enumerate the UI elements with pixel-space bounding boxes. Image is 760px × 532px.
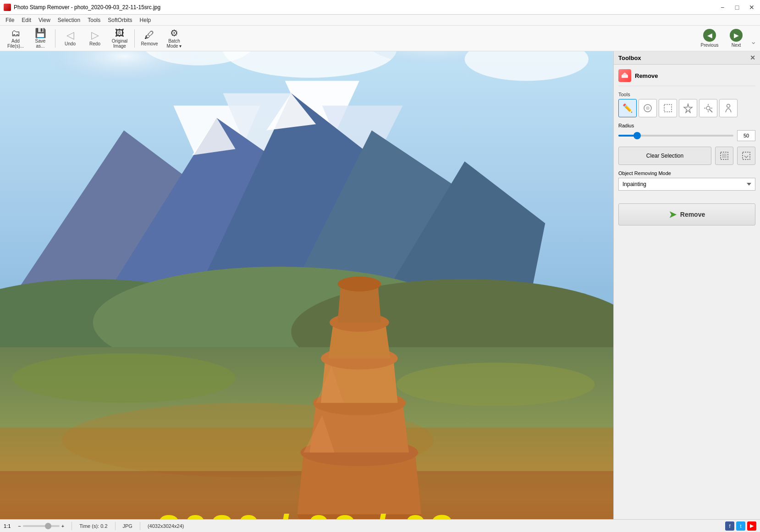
batch-mode-icon: ⚙ bbox=[170, 28, 178, 38]
photo-canvas: 2020 / 09 / 03 bbox=[0, 51, 613, 519]
load-selection-button[interactable] bbox=[737, 147, 755, 165]
menu-tools[interactable]: Tools bbox=[84, 16, 104, 24]
toolbox-title: Toolbox bbox=[618, 55, 641, 61]
mode-select[interactable]: Inpainting Content-Aware Fill Smear bbox=[618, 178, 755, 191]
title-bar: Photo Stamp Remover - photo_2020-09-03_2… bbox=[0, 0, 760, 15]
svg-point-51 bbox=[706, 106, 710, 110]
menu-edit[interactable]: Edit bbox=[18, 16, 35, 24]
social-icons: f t ▶ bbox=[725, 521, 756, 531]
original-image-icon: 🖼 bbox=[115, 28, 124, 38]
menu-softorbits[interactable]: SoftOrbits bbox=[104, 16, 136, 24]
toolbar: 🗂 AddFile(s)... 💾 Saveas... ◁ Undo ▷ Red… bbox=[0, 26, 760, 51]
rect-select-tool-button[interactable] bbox=[659, 99, 677, 117]
toolbar-separator-1 bbox=[55, 29, 55, 48]
wand-tool-button[interactable] bbox=[699, 99, 717, 117]
next-label: Next bbox=[732, 43, 741, 48]
radius-slider-track[interactable] bbox=[618, 135, 733, 137]
svg-point-44 bbox=[646, 106, 650, 110]
batch-mode-label: BatchMode ▾ bbox=[167, 38, 182, 49]
toolbox-close-button[interactable]: ✕ bbox=[750, 54, 755, 61]
facebook-icon[interactable]: f bbox=[725, 521, 734, 531]
radius-row: 50 bbox=[618, 130, 755, 141]
next-icon: ▶ bbox=[730, 29, 743, 42]
toolbox-header: Toolbox ✕ bbox=[614, 51, 760, 65]
remove-label-toolbar: Remove bbox=[141, 41, 158, 46]
mode-section: Object Removing Mode Inpainting Content-… bbox=[618, 170, 755, 191]
time-status: Time (s): 0.2 bbox=[79, 523, 107, 529]
title-bar-left: Photo Stamp Remover - photo_2020-09-03_2… bbox=[4, 4, 160, 11]
batch-mode-button[interactable]: ⚙ BatchMode ▾ bbox=[162, 27, 186, 49]
app-icon bbox=[4, 4, 11, 11]
maximize-button[interactable]: □ bbox=[732, 4, 742, 11]
menu-selection[interactable]: Selection bbox=[54, 16, 84, 24]
original-image-button[interactable]: 🖼 OriginalImage bbox=[108, 27, 132, 49]
remove-section-header: Remove bbox=[618, 69, 755, 86]
zoom-plus-icon[interactable]: + bbox=[61, 523, 64, 529]
save-as-button[interactable]: 💾 Saveas... bbox=[28, 27, 52, 49]
pencil-tool-button[interactable]: ✏️ bbox=[618, 99, 637, 117]
save-selection-button[interactable] bbox=[715, 147, 733, 165]
remove-arrow-icon: ➤ bbox=[669, 209, 677, 220]
radius-slider-thumb[interactable] bbox=[633, 132, 641, 139]
youtube-icon[interactable]: ▶ bbox=[747, 521, 756, 531]
menu-help[interactable]: Help bbox=[136, 16, 155, 24]
svg-rect-56 bbox=[743, 152, 750, 159]
svg-point-23 bbox=[397, 362, 595, 406]
svg-marker-46 bbox=[684, 104, 692, 113]
remove-button-toolbar[interactable]: 🖊 Remove bbox=[138, 27, 161, 49]
zoom-minus-icon[interactable]: − bbox=[18, 523, 21, 529]
menu-file[interactable]: File bbox=[2, 16, 18, 24]
menu-bar: File Edit View Selection Tools SoftOrbit… bbox=[0, 15, 760, 26]
menu-view[interactable]: View bbox=[35, 16, 54, 24]
dropdown-chevron-icon: ⌄ bbox=[750, 37, 756, 46]
status-separator-2 bbox=[115, 522, 116, 530]
zoom-slider[interactable] bbox=[23, 525, 60, 527]
svg-rect-41 bbox=[622, 75, 628, 78]
status-bar: 1:1 − + Time (s): 0.2 JPG (4032x3024x24)… bbox=[0, 519, 760, 532]
status-separator-3 bbox=[140, 522, 140, 530]
image-area[interactable]: 2020 / 09 / 03 bbox=[0, 51, 613, 519]
toolbar-separator-2 bbox=[134, 29, 135, 48]
magic-select-tool-button[interactable] bbox=[679, 99, 697, 117]
main-area: 2020 / 09 / 03 Toolbox ✕ Remove Tools ✏️ bbox=[0, 51, 760, 519]
twitter-icon[interactable]: t bbox=[736, 521, 745, 531]
clear-selection-button[interactable]: Clear Selection bbox=[618, 147, 711, 165]
minimize-button[interactable]: − bbox=[718, 4, 727, 11]
next-button[interactable]: ▶ Next bbox=[724, 27, 749, 49]
person-tool-button[interactable] bbox=[719, 99, 738, 117]
remove-icon: 🖊 bbox=[144, 30, 154, 40]
zoom-control: 1:1 bbox=[4, 523, 11, 529]
remove-button-label: Remove bbox=[680, 211, 705, 218]
add-files-label: AddFile(s)... bbox=[7, 38, 24, 49]
save-as-label: Saveas... bbox=[35, 38, 46, 49]
remove-section-icon bbox=[618, 69, 631, 82]
previous-button[interactable]: ◀ Previous bbox=[697, 27, 722, 49]
zoom-level-label: 1:1 bbox=[4, 523, 11, 529]
remove-action-button[interactable]: ➤ Remove bbox=[618, 203, 755, 225]
radius-section: Radius 50 bbox=[618, 123, 755, 141]
svg-text:2020 / 09 / 03: 2020 / 09 / 03 bbox=[157, 506, 457, 519]
selection-buttons-row: Clear Selection bbox=[618, 147, 755, 165]
dimensions-status: (4032x3024x24) bbox=[148, 523, 184, 529]
radius-value[interactable]: 50 bbox=[737, 130, 755, 141]
radius-slider-fill bbox=[618, 135, 636, 137]
add-files-button[interactable]: 🗂 AddFile(s)... bbox=[4, 27, 28, 49]
svg-rect-45 bbox=[664, 104, 672, 112]
undo-label: Undo bbox=[65, 41, 76, 46]
toolbox-body: Remove Tools ✏️ bbox=[614, 65, 760, 230]
mode-label: Object Removing Mode bbox=[618, 170, 755, 176]
redo-button[interactable]: ▷ Redo bbox=[83, 27, 107, 49]
zoom-slider-thumb[interactable] bbox=[45, 523, 51, 529]
zoom-slider-control[interactable]: − + bbox=[18, 523, 64, 529]
brush-tool-button[interactable] bbox=[639, 99, 657, 117]
undo-button[interactable]: ◁ Undo bbox=[58, 27, 82, 49]
svg-rect-55 bbox=[722, 154, 727, 158]
svg-marker-42 bbox=[622, 72, 628, 75]
svg-line-52 bbox=[710, 110, 712, 112]
remove-button-container: ➤ Remove bbox=[618, 203, 755, 225]
redo-icon: ▷ bbox=[91, 30, 99, 40]
svg-point-53 bbox=[727, 104, 730, 108]
close-button[interactable]: ✕ bbox=[747, 4, 756, 11]
radius-label: Radius bbox=[618, 123, 755, 128]
window-title: Photo Stamp Remover - photo_2020-09-03_2… bbox=[14, 4, 160, 11]
